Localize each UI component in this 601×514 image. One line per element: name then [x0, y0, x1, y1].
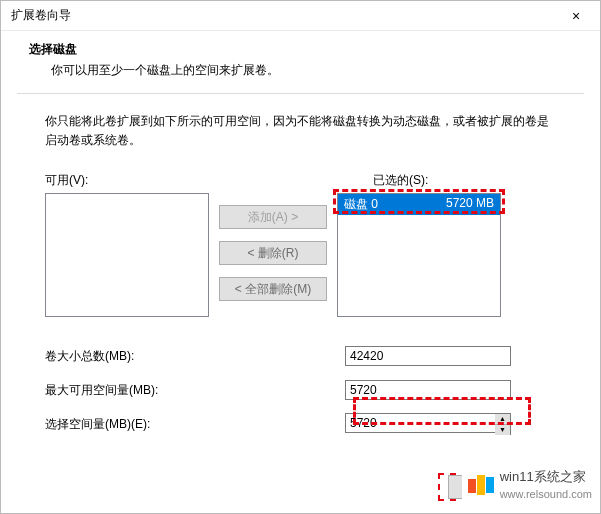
total-size-field: [345, 346, 511, 366]
watermark-logo-icon: [468, 475, 494, 495]
max-space-field: [345, 380, 511, 400]
total-size-label: 卷大小总数(MB):: [45, 348, 345, 365]
available-label: 可用(V):: [45, 172, 245, 189]
window-title: 扩展卷向导: [11, 7, 562, 24]
remove-all-button[interactable]: < 全部删除(M): [219, 277, 327, 301]
choose-space-input[interactable]: [345, 413, 511, 433]
spinner-up-button[interactable]: ▲: [495, 414, 510, 425]
spinner-down-button[interactable]: ▼: [495, 425, 510, 435]
titlebar: 扩展卷向导 ×: [1, 1, 600, 31]
close-button[interactable]: ×: [562, 8, 590, 24]
remove-button[interactable]: < 删除(R): [219, 241, 327, 265]
add-button[interactable]: 添加(A) >: [219, 205, 327, 229]
content-panel: 你只能将此卷扩展到如下所示的可用空间，因为不能将磁盘转换为动态磁盘，或者被扩展的…: [17, 93, 584, 455]
page-heading: 选择磁盘: [29, 41, 580, 58]
wizard-window: 扩展卷向导 × 选择磁盘 你可以用至少一个磁盘上的空间来扩展卷。 你只能将此卷扩…: [0, 0, 601, 514]
list-item[interactable]: 磁盘 0 5720 MB: [338, 194, 500, 215]
choose-space-spinner[interactable]: ▲ ▼: [345, 413, 511, 435]
watermark: win11系统之家 www.relsound.com: [462, 466, 592, 503]
description-text: 你只能将此卷扩展到如下所示的可用空间，因为不能将磁盘转换为动态磁盘，或者被扩展的…: [45, 112, 556, 150]
selected-label: 已选的(S):: [373, 172, 428, 189]
watermark-text: win11系统之家 www.relsound.com: [500, 468, 592, 501]
disk-name: 磁盘 0: [344, 196, 446, 213]
available-listbox[interactable]: [45, 193, 209, 317]
choose-space-label: 选择空间量(MB)(E):: [45, 416, 345, 433]
page-subheading: 你可以用至少一个磁盘上的空间来扩展卷。: [29, 62, 580, 79]
max-space-label: 最大可用空间量(MB):: [45, 382, 345, 399]
disk-size: 5720 MB: [446, 196, 494, 213]
selected-listbox[interactable]: 磁盘 0 5720 MB: [337, 193, 501, 317]
wizard-header: 选择磁盘 你可以用至少一个磁盘上的空间来扩展卷。: [1, 31, 600, 93]
